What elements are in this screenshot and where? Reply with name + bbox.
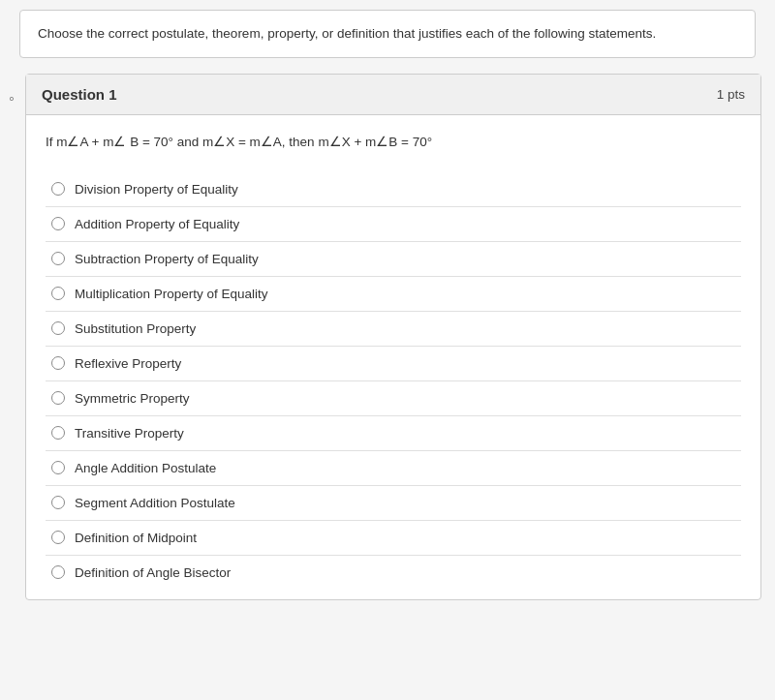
list-item[interactable]: Multiplication Property of Equality — [46, 277, 741, 312]
list-item[interactable]: Definition of Midpoint — [46, 521, 741, 556]
radio-icon — [51, 461, 65, 474]
radio-icon — [51, 565, 65, 579]
option-label: Definition of Midpoint — [75, 531, 197, 545]
option-label: Symmetric Property — [75, 391, 190, 406]
radio-icon — [51, 287, 65, 300]
radio-icon — [51, 496, 65, 509]
option-label: Division Property of Equality — [75, 182, 238, 197]
list-item[interactable]: Addition Property of Equality — [46, 207, 741, 242]
radio-icon — [51, 217, 65, 230]
options-list: Division Property of EqualityAddition Pr… — [46, 172, 741, 590]
question-body: If m∠A + m∠ B = 70° and m∠X = m∠A, then … — [26, 115, 760, 598]
radio-icon — [51, 356, 65, 370]
radio-icon — [51, 252, 65, 265]
radio-icon — [51, 426, 65, 440]
option-label: Segment Addition Postulate — [75, 496, 235, 510]
question-arrow-icon: ◦ — [9, 90, 15, 107]
radio-icon — [51, 391, 65, 405]
list-item[interactable]: Division Property of Equality — [46, 172, 741, 207]
question-points: 1 pts — [717, 87, 745, 102]
question-header: Question 1 1 pts — [26, 75, 760, 115]
list-item[interactable]: Subtraction Property of Equality — [46, 242, 741, 277]
list-item[interactable]: Angle Addition Postulate — [46, 451, 741, 486]
option-label: Subtraction Property of Equality — [75, 252, 259, 266]
option-label: Definition of Angle Bisector — [75, 565, 231, 580]
list-item[interactable]: Reflexive Property — [46, 347, 741, 381]
radio-icon — [51, 531, 65, 544]
option-label: Reflexive Property — [75, 356, 181, 371]
list-item[interactable]: Symmetric Property — [46, 381, 741, 416]
list-item[interactable]: Definition of Angle Bisector — [46, 556, 741, 590]
option-label: Addition Property of Equality — [75, 217, 239, 231]
instructions-box: Choose the correct postulate, theorem, p… — [19, 10, 756, 58]
instructions-text: Choose the correct postulate, theorem, p… — [38, 24, 737, 44]
radio-icon — [51, 321, 65, 335]
list-item[interactable]: Substitution Property — [46, 312, 741, 347]
question-title: Question 1 — [42, 86, 117, 103]
radio-icon — [51, 182, 65, 196]
option-label: Multiplication Property of Equality — [75, 287, 268, 301]
option-label: Substitution Property — [75, 321, 196, 336]
option-label: Transitive Property — [75, 426, 184, 441]
list-item[interactable]: Transitive Property — [46, 416, 741, 451]
question-card: ◦ Question 1 1 pts If m∠A + m∠ B = 70° a… — [25, 74, 761, 599]
question-statement: If m∠A + m∠ B = 70° and m∠X = m∠A, then … — [46, 133, 741, 152]
list-item[interactable]: Segment Addition Postulate — [46, 486, 741, 521]
option-label: Angle Addition Postulate — [75, 461, 216, 475]
